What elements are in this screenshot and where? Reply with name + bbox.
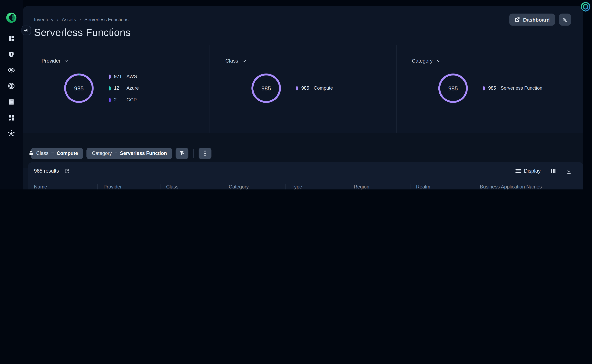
column-header-region[interactable]: Region <box>348 184 410 189</box>
column-header-name[interactable]: Name <box>34 184 97 189</box>
category-widget: Category 985 985Serverless Function <box>396 45 583 133</box>
add-filter-button[interactable] <box>175 148 188 159</box>
shield-alert-icon[interactable] <box>7 51 15 58</box>
chip-operator: = <box>114 150 117 156</box>
widget-label: Provider <box>41 58 61 64</box>
legend-item[interactable]: 2GCP <box>109 97 139 103</box>
legend-bullet <box>483 86 485 90</box>
legend-label: Compute <box>314 85 333 91</box>
results-toolbar: 985 results Display <box>34 162 583 180</box>
eye-icon[interactable] <box>7 66 15 74</box>
legend-item[interactable]: 12Azure <box>109 85 139 91</box>
main-panel: Inventory › Assets › Serverless Function… <box>23 6 583 189</box>
legend-label: Serverless Function <box>501 85 542 91</box>
header-actions: Dashboard <box>510 13 571 26</box>
menu-lines-icon <box>515 169 521 173</box>
donut-total: 985 <box>64 73 94 103</box>
chip-operator: = <box>51 150 54 156</box>
pointer-off-button[interactable] <box>559 13 571 26</box>
filter-chip-class[interactable]: Class = Compute <box>31 148 83 159</box>
refresh-icon[interactable] <box>64 168 70 174</box>
brand-rings-icon <box>580 1 591 13</box>
breadcrumb-inventory[interactable]: Inventory <box>34 17 54 22</box>
widget-label: Category <box>412 58 432 64</box>
legend-label: Azure <box>127 85 139 91</box>
category-widget-header[interactable]: Category <box>397 58 583 64</box>
provider-legend: 971AWS12Azure2GCP <box>109 74 139 103</box>
class-widget: Class 985 985Compute <box>209 45 396 133</box>
app-viewport: ? MB Inventory › Assets › Serverless Fun… <box>0 0 592 189</box>
column-header-business-application-names[interactable]: Business Application Names <box>474 184 580 189</box>
external-link-icon <box>515 17 520 22</box>
legend-item[interactable]: 971AWS <box>109 74 139 79</box>
blocks-icon[interactable] <box>7 114 15 121</box>
legend-count: 12 <box>114 85 127 91</box>
target-icon[interactable] <box>7 82 15 90</box>
display-button-label: Display <box>524 168 541 174</box>
chip-field: Category <box>92 150 112 156</box>
filter-chip-category[interactable]: Category = Serverless Function <box>87 148 172 159</box>
class-donut-chart[interactable]: 985 <box>251 73 281 103</box>
legend-bullet <box>109 86 111 90</box>
chip-value: Compute <box>57 150 78 156</box>
dashboard-button-label: Dashboard <box>523 17 550 23</box>
chevron-down-icon <box>64 59 69 63</box>
inventory-layout-icon[interactable] <box>7 35 15 42</box>
breadcrumb-assets[interactable]: Assets <box>62 17 76 22</box>
column-header-type[interactable]: Type <box>285 184 348 189</box>
column-header-provider[interactable]: Provider <box>97 184 160 189</box>
breadcrumb-current: Serverless Functions <box>84 17 128 22</box>
table-header: Name Provider Class Category Type Region… <box>34 180 583 189</box>
dashboard-button[interactable]: Dashboard <box>510 13 555 26</box>
legend-count: 2 <box>114 97 127 103</box>
breadcrumb: Inventory › Assets › Serverless Function… <box>34 17 583 22</box>
page-title: Serverless Functions <box>34 27 583 39</box>
legend-bullet <box>296 86 298 90</box>
chevron-down-icon <box>242 59 247 63</box>
sidebar-collapse-button[interactable] <box>22 26 31 35</box>
legend-bullet <box>109 98 111 102</box>
legend-item[interactable]: 985Serverless Function <box>483 85 542 91</box>
provider-donut-chart[interactable]: 985 <box>64 73 94 103</box>
columns-button[interactable] <box>551 168 556 174</box>
chip-value: Serverless Function <box>120 150 167 156</box>
download-button[interactable] <box>566 168 572 174</box>
chip-field: Class <box>36 150 49 156</box>
legend-count: 985 <box>301 85 314 91</box>
legend-count: 985 <box>488 85 500 91</box>
chevron-down-icon <box>437 59 441 63</box>
summary-charts: Provider 985 971AWS12Azure2GCP Class <box>23 45 583 133</box>
category-donut-chart[interactable]: 985 <box>438 73 468 103</box>
class-widget-header[interactable]: Class <box>210 58 397 64</box>
legend-bullet <box>109 75 111 79</box>
filter-menu-kebab-button[interactable] <box>199 148 211 159</box>
chevron-right-icon: › <box>79 17 81 22</box>
sidebar-nav <box>7 35 15 137</box>
page-header: Inventory › Assets › Serverless Function… <box>23 6 583 39</box>
display-button[interactable]: Display <box>515 168 541 174</box>
class-legend: 985Compute <box>296 85 333 91</box>
column-header-realm[interactable]: Realm <box>410 184 474 189</box>
widget-label: Class <box>225 58 238 64</box>
column-header-category[interactable]: Category <box>223 184 285 189</box>
filter-divider <box>193 149 194 158</box>
table-tools: Display <box>515 168 572 174</box>
legend-count: 971 <box>114 74 127 79</box>
column-header-tags-truncated[interactable]: T <box>580 184 583 189</box>
category-legend: 985Serverless Function <box>483 85 542 91</box>
lock-icon <box>28 150 34 156</box>
sidebar: ? MB <box>0 0 23 189</box>
provider-widget: Provider 985 971AWS12Azure2GCP <box>23 45 209 133</box>
chevron-right-icon: › <box>57 17 58 22</box>
company-logo-icon[interactable] <box>6 12 17 23</box>
donut-total: 985 <box>438 73 468 103</box>
provider-widget-header[interactable]: Provider <box>23 58 209 64</box>
report-icon[interactable] <box>7 98 15 105</box>
legend-label: GCP <box>127 97 137 103</box>
results-table-card: 985 results Display <box>28 162 583 189</box>
column-header-class[interactable]: Class <box>160 184 223 189</box>
donut-total: 985 <box>251 73 281 103</box>
cluster-icon[interactable] <box>7 130 15 137</box>
legend-label: AWS <box>127 74 137 79</box>
legend-item[interactable]: 985Compute <box>296 85 333 91</box>
